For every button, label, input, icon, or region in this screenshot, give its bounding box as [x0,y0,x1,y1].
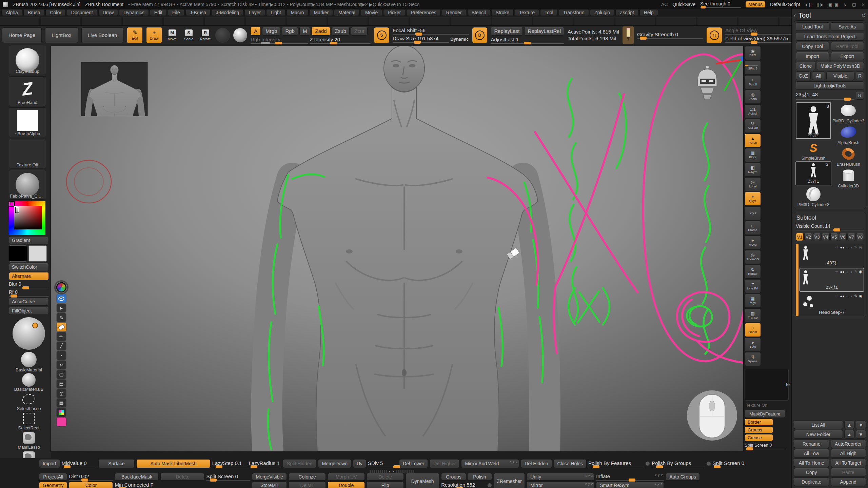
merge-down-button[interactable]: MergeDown [318,459,351,468]
goz-visible-button[interactable]: Visible [826,72,854,80]
axes-buttons[interactable]: x y z [745,206,761,220]
color-button[interactable]: Color [69,482,113,488]
clone-button[interactable]: Clone [796,62,815,70]
angle-of-view-slider[interactable]: Angle Of View [725,27,800,35]
polypaint-icon[interactable]: ●● [840,245,845,249]
project-all-button[interactable]: ProjectAll [39,473,67,481]
mrgb-button[interactable]: Mrgb [262,27,280,36]
pink-color-swatch[interactable] [57,418,66,426]
split-screen-slider-bottom[interactable]: Split Screen 0 [713,459,744,468]
qxyz-button[interactable]: + Qxyz [745,192,761,206]
delete-button2[interactable]: Delete [367,473,404,481]
paste-tool-button[interactable]: Paste Tool [831,42,864,50]
palette-icon[interactable] [57,408,66,417]
zadd-button[interactable]: Zadd [312,27,330,36]
menu-item[interactable]: File [168,9,184,16]
inflate-slider[interactable]: Inflatex y z [596,473,664,481]
smart-resym-button[interactable]: Smart ReSymx y z [596,482,664,488]
z-intensity-slider[interactable]: Z Intensity 20 [310,37,371,44]
alpha-brushalpha[interactable]: ~BrushAlpha [9,107,46,137]
zoom-button[interactable]: ◎ Zoom [745,90,761,104]
sculpt-viewport[interactable] [51,46,743,451]
accucurve-button[interactable]: AccuCurve [9,298,49,306]
visibility-eye-icon[interactable]: ◉ [859,294,862,298]
visibility-eye-icon[interactable]: ◉ [859,245,862,249]
pencil-icon[interactable] [623,26,634,44]
duplicate-button[interactable]: Duplicate [794,477,829,486]
gravity-strength-slider[interactable]: Gravity Strength 0 [637,32,703,39]
list-all-button[interactable]: List All [794,421,843,429]
flip-icon[interactable]: ↩ [835,294,838,298]
screenshot-icon[interactable]: ▤ [57,380,66,388]
lightbox-button[interactable]: LightBox [45,27,78,43]
auto-mask-fibermesh-button[interactable]: Auto Mask FiberMesh [136,459,210,468]
live-boolean-button[interactable]: Live Boolean [81,27,124,43]
material-picker-icon[interactable] [233,28,247,42]
folder-up-button[interactable]: ▲ [844,430,854,439]
whiteboard-icon[interactable]: ▦ [57,399,66,407]
uv-icon[interactable]: ◐ [846,294,849,298]
sv-selector[interactable] [16,207,19,212]
del-lower-button[interactable]: Del Lower [399,459,428,468]
tool-thumb-pm3d-cylinder[interactable]: PM3D_Cylinder3 [832,102,864,123]
flip-button[interactable]: Flip [367,482,404,488]
visible-count-slider[interactable]: Visible Count 14 [796,223,864,230]
tool-thumb-cylinder3d[interactable]: Cylinder3D [832,167,864,188]
version-tab[interactable]: V5 [830,233,838,241]
color-picker[interactable] [9,201,45,235]
backface-mask-button[interactable]: BackfaceMask [115,473,159,481]
flip-icon[interactable]: ↩ [835,245,838,249]
shelf-scroll-right-icon[interactable]: |||▸ [816,2,824,7]
brush-select-lasso[interactable]: SelectLasso [9,392,49,411]
all-to-home-button[interactable]: All To Home [794,459,829,467]
spix-slider[interactable]: SPix 3 [745,61,761,75]
texture-picker-icon[interactable] [215,28,230,43]
visibility-eye-icon[interactable]: ◉ [859,269,862,274]
goz-r-button[interactable]: R [856,72,864,80]
paint-icon[interactable]: ✎ [854,294,857,298]
active-tool-slider[interactable]: 23강1. 48 [796,92,854,100]
draw-mode-button[interactable]: + Draw [146,27,162,43]
version-tab[interactable]: V4 [822,233,829,241]
menu-item[interactable]: Zplugin [590,9,614,16]
lightbox-tools-button[interactable]: Lightbox▶Tools [796,81,864,90]
mirror-and-weld-button[interactable]: Mirror And Weldx y z [461,459,519,468]
sdiv-slider[interactable]: SDiv 5 [368,459,397,468]
resolution-slider[interactable]: Resolution 552 [441,482,486,488]
polish-by-groups-slider[interactable]: Polish By Groups [652,459,705,468]
tool-thumb-eraserbrush[interactable]: EraserBrush [832,146,864,167]
menu-item[interactable]: Help [639,9,658,16]
menu-item[interactable]: Material [334,9,360,16]
rotate-mode-button[interactable]: R Rotate [199,28,212,43]
export-button[interactable]: Export [831,52,864,60]
cursor-icon[interactable]: ► [57,304,66,312]
menu-item[interactable]: Render [442,9,466,16]
load-tool-button[interactable]: Load Tool [796,22,829,31]
lazystep-slider[interactable]: LazyStep 0.1 [212,459,247,468]
zcut-button[interactable]: Zcut [351,27,368,36]
ghost-button[interactable]: ◌ Ghost [745,323,761,337]
eraser-icon[interactable] [57,323,66,331]
move-up-button[interactable]: ▲ [844,421,854,429]
rgb-intensity-slider[interactable]: Rgb Intensity [251,37,308,44]
close-icon[interactable]: ✕ [861,2,865,7]
brush-mask-pen[interactable]: MaskPen [9,450,49,458]
focal-shift-slider[interactable]: Focal Shift -56 [393,27,469,35]
menu-item[interactable]: Texture [515,9,539,16]
polish-groups-mode-dot[interactable] [706,461,711,466]
auto-groups-button[interactable]: Auto Groups [666,473,700,481]
menu-item[interactable]: Brush [23,9,45,16]
delete-loops-button[interactable]: Delete [160,473,204,481]
shelf-scroll-left-icon[interactable]: ◂||| [805,2,812,7]
solo-button[interactable]: ● Solo [745,338,761,351]
border-button[interactable]: Border [745,419,773,426]
uv-icon[interactable]: ◐ [846,245,849,249]
epicpen-logo[interactable] [55,281,67,293]
polypaint-icon[interactable]: ●● [840,270,845,274]
secondary-color-swatch[interactable] [28,245,47,262]
menu-item[interactable]: Macro [287,9,309,16]
rf-slider[interactable]: Rf 0 [9,289,49,297]
main-color-swatch[interactable] [9,245,27,262]
reset-icon[interactable]: ↺ [862,12,866,19]
rename-button[interactable]: Rename [794,440,829,448]
